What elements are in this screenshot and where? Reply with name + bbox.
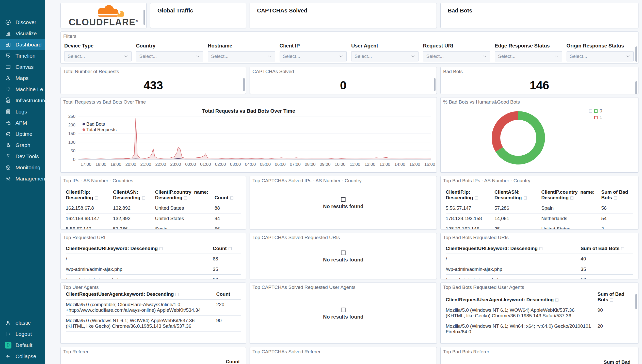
column-header-clientrequestuseragent-keyword-descending[interactable]: ClientRequestUserAgent.keyword: Descendi… <box>66 290 216 300</box>
sort-icon[interactable] <box>610 299 613 302</box>
column-header-count[interactable]: Count <box>216 290 241 300</box>
sidebar-item-default[interactable]: DDefault <box>0 340 45 351</box>
select-placeholder: Select... <box>570 52 587 61</box>
filter-label: Hostname <box>208 43 275 49</box>
filter-select-edge-response-status[interactable]: Select... <box>495 51 562 61</box>
sidebar-item-label: Graph <box>15 142 30 148</box>
legend-item-total-requests[interactable]: Total Requests <box>83 127 117 133</box>
sidebar-item-collapse[interactable]: Collapse <box>0 351 45 362</box>
sort-icon[interactable] <box>621 247 624 250</box>
column-header-clientip-country-name-descending[interactable]: ClientIP.country_name: Descending <box>541 188 601 203</box>
sidebar-item-label: APM <box>15 120 27 126</box>
filter-select-request-uri[interactable]: Select... <box>423 51 490 61</box>
referer-sum-header[interactable]: Sum of Bad Bots <box>604 359 632 364</box>
column-header-label: Count <box>213 246 227 251</box>
sort-icon[interactable] <box>159 247 163 250</box>
sidebar-item-logout[interactable]: Logout <box>0 328 45 340</box>
sort-icon[interactable] <box>95 196 98 200</box>
scrollbar-thumb[interactable] <box>434 78 436 91</box>
no-results-icon <box>341 250 345 255</box>
column-header-clientrequestuseragent-keyword-descending[interactable]: ClientRequestUserAgent.keyword: Descendi… <box>446 290 598 305</box>
sort-icon[interactable] <box>539 247 542 250</box>
bad-bot-uri-table: ClientRequestURI.keyword: DescendingSum … <box>446 244 633 279</box>
sidebar-item-label: Monitoring <box>15 164 40 171</box>
donut-slice-1[interactable] <box>496 115 518 150</box>
bad-bots-donut-chart[interactable] <box>441 106 638 170</box>
filter-label: Request URI <box>423 43 490 49</box>
filter-select-origin-response-status[interactable]: Select... <box>567 51 634 61</box>
filter-select-hostname[interactable]: Select... <box>208 51 275 61</box>
column-header-count[interactable]: Count <box>213 244 241 254</box>
table-cell: /wp-admin/admin-post.php <box>66 275 213 279</box>
panel-bad-bots-donut: % Bad Bots vs Humans&Good Bots 0 1 <box>440 97 638 173</box>
sidebar-item-timelion[interactable]: Timelion <box>0 50 45 61</box>
sidebar-item-monitoring[interactable]: Monitoring <box>0 162 45 173</box>
referer-count-header[interactable]: Count <box>226 359 240 364</box>
scrollbar-thumb[interactable] <box>243 78 245 91</box>
sidebar-item-maps[interactable]: Maps <box>0 73 45 84</box>
sidebar-item-label: Management <box>15 176 47 182</box>
column-header-clientip-ip-descending[interactable]: ClientIP.ip: Descending <box>66 188 113 203</box>
sidebar-item-machine-le[interactable]: Machine Le… <box>0 84 45 95</box>
sort-icon[interactable] <box>475 196 478 200</box>
column-header-label: ClientRequestURI.keyword: Descending <box>446 246 538 251</box>
scrollbar-thumb[interactable] <box>635 46 637 62</box>
column-header-sum-of-bad-bots[interactable]: Sum of Bad Bots <box>601 188 633 203</box>
sort-icon[interactable] <box>229 247 232 250</box>
sidebar-item-canvas[interactable]: Canvas <box>0 61 45 73</box>
sidebar-item-management[interactable]: Management <box>0 173 45 184</box>
sort-icon[interactable] <box>175 293 179 296</box>
column-header-sum-of-bad-bots[interactable]: Sum of Bad Bots <box>598 290 633 305</box>
traffic-line-chart[interactable]: 05010015020025017:0018:0019:0020:0021:00… <box>62 113 436 170</box>
column-header-clientasn-descending[interactable]: ClientASN: Descending <box>494 188 541 203</box>
filter-group-client-ip: Client IPSelect... <box>280 43 347 61</box>
scrollbar-thumb[interactable] <box>635 81 637 94</box>
sidebar-item-dev-tools[interactable]: Dev Tools <box>0 151 45 162</box>
filter-select-device-type[interactable]: Select... <box>64 51 132 61</box>
sort-icon[interactable] <box>570 196 573 200</box>
sidebar-item-logs[interactable]: Logs <box>0 106 45 117</box>
column-header-clientasn-descending[interactable]: ClientASN: Descending <box>113 188 155 203</box>
sort-icon[interactable] <box>232 293 235 296</box>
table-cell: 20 <box>598 321 633 337</box>
sidebar-item-visualize[interactable]: Visualize <box>0 28 45 39</box>
sidebar-item-graph[interactable]: Graph <box>0 140 45 151</box>
panel-title: Top CAPTCHAs Solved Referer <box>252 349 320 355</box>
legend-item-1[interactable]: 1 <box>594 114 602 121</box>
column-header-count[interactable]: Count <box>215 188 241 203</box>
sort-icon[interactable] <box>142 196 145 200</box>
scrollbar-thumb[interactable] <box>143 10 145 25</box>
svg-text:18:00: 18:00 <box>95 162 106 167</box>
column-header-clientip-country-name-descending[interactable]: ClientIP.country_name: Descending <box>155 188 214 203</box>
filter-select-user-agent[interactable]: Select... <box>351 51 419 61</box>
filter-select-client-ip[interactable]: Select... <box>280 51 347 61</box>
global-traffic-title: Global Traffic <box>150 3 246 14</box>
column-header-clientrequesturi-keyword-descending[interactable]: ClientRequestURI.keyword: Descending <box>66 244 213 254</box>
sort-icon[interactable] <box>230 196 233 200</box>
sidebar-item-uptime[interactable]: Uptime <box>0 128 45 140</box>
sidebar-item-dashboard[interactable]: Dashboard <box>0 39 45 50</box>
column-header-label: ClientIP.country_name: Descending <box>541 189 595 200</box>
legend-item-0[interactable]: 0 <box>589 108 602 114</box>
column-header-clientip-ip-descending[interactable]: ClientIP.ip: Descending <box>446 188 494 203</box>
sort-icon[interactable] <box>555 299 558 302</box>
sidebar-item-infrastructure[interactable]: Infrastructure <box>0 95 45 106</box>
svg-text:03:00: 03:00 <box>230 162 241 167</box>
legend-item-bad-bots[interactable]: Bad Bots <box>83 121 117 127</box>
sidebar-item-discover[interactable]: Discover <box>0 17 45 28</box>
panel-title: Top IPs - AS Number - Countries <box>63 178 133 184</box>
sort-icon[interactable] <box>184 196 187 200</box>
chevron-down-icon <box>340 54 343 57</box>
svg-text:01:00: 01:00 <box>200 162 211 167</box>
filter-select-country[interactable]: Select... <box>136 51 203 61</box>
metric-value-bad-bots: 146 <box>441 79 638 91</box>
sidebar-item-elastic[interactable]: elastic <box>0 317 45 328</box>
sort-icon[interactable] <box>524 196 527 200</box>
column-header-sum-of-bad-bots[interactable]: Sum of Bad Bots <box>581 244 633 254</box>
select-placeholder: Select... <box>283 52 300 61</box>
sort-icon[interactable] <box>614 196 617 200</box>
sidebar-item-apm[interactable]: APM <box>0 117 45 128</box>
scrollbar-thumb[interactable] <box>635 294 637 309</box>
column-header-clientrequesturi-keyword-descending[interactable]: ClientRequestURI.keyword: Descending <box>446 244 581 254</box>
maps-icon <box>5 75 11 81</box>
